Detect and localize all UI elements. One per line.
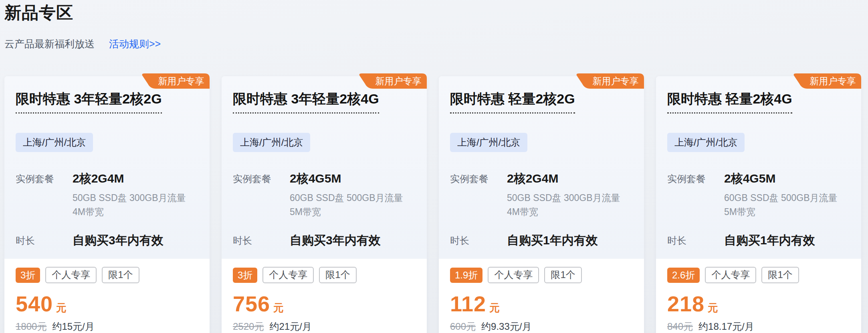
new-user-badge-label: 新用户专享 (375, 73, 422, 89)
card-title: 限时特惠 轻量2核2G (450, 91, 575, 114)
old-price-row: 2520元 约21元/月 (233, 320, 416, 333)
discount-badge: 1.9折 (450, 268, 482, 283)
new-user-ribbon: 新用户专享 (793, 73, 861, 89)
duration-row: 时长 自购买1年内有效 (450, 232, 633, 249)
original-price: 1800元 (16, 320, 46, 333)
spec-value: 2核2G4M (73, 171, 198, 187)
badges-row: 3折 个人专享 限1个 (233, 267, 416, 283)
spec-detail: 60GB SSD盘 500GB月流量 5M带宽 (724, 191, 850, 219)
product-card-1[interactable]: 新用户专享 限时特惠 3年轻量2核2G 上海/广州/北京 实例套餐 2核2G4M… (4, 76, 210, 333)
price-value: 540 (16, 291, 53, 316)
duration-row: 时长 自购买3年内有效 (233, 232, 416, 249)
spec-row: 实例套餐 2核4G5M 60GB SSD盘 500GB月流量 5M带宽 (667, 171, 850, 219)
original-price: 840元 (667, 320, 693, 333)
original-price: 600元 (450, 320, 476, 333)
price-unit: 元 (273, 301, 284, 315)
duration-row: 时长 自购买3年内有效 (16, 232, 198, 249)
price-value: 756 (233, 291, 270, 316)
price-value: 112 (450, 291, 486, 316)
price-row: 112 元 (450, 291, 633, 316)
limit-tag: 限1个 (761, 267, 799, 283)
price-unit: 元 (489, 301, 500, 315)
old-price-row: 600元 约9.33元/月 (450, 320, 633, 333)
badges-row: 2.6折 个人专享 限1个 (667, 267, 850, 283)
region-tag: 上海/广州/北京 (16, 133, 93, 152)
limit-tag: 限1个 (319, 267, 356, 283)
personal-tag: 个人专享 (262, 267, 314, 283)
monthly-price: 约15元/月 (52, 320, 94, 333)
duration-value: 自购买1年内有效 (507, 232, 598, 249)
new-user-badge-label: 新用户专享 (157, 73, 205, 89)
page-subtitle-row: 云产品最新福利放送 活动规则>> (4, 37, 864, 51)
monthly-price: 约21元/月 (269, 320, 311, 333)
card-info-section: 限时特惠 轻量2核2G 上海/广州/北京 实例套餐 2核2G4M 50GB SS… (439, 76, 644, 259)
monthly-price: 约18.17元/月 (698, 320, 754, 333)
old-price-row: 1800元 约15元/月 (16, 320, 198, 333)
new-product-zone-page: 新品专区 云产品最新福利放送 活动规则>> 新用户专享 限时特惠 3年轻量2核2… (0, 0, 868, 333)
price-row: 756 元 (233, 291, 416, 316)
card-price-section: 3折 个人专享 限1个 756 元 2520元 约21元/月 (222, 259, 427, 333)
card-title: 限时特惠 轻量2核4G (667, 91, 792, 114)
spec-label: 实例套餐 (667, 171, 724, 219)
region-tag: 上海/广州/北京 (233, 133, 310, 152)
spec-detail: 60GB SSD盘 500GB月流量 5M带宽 (290, 191, 416, 219)
spec-label: 实例套餐 (16, 171, 73, 219)
personal-tag: 个人专享 (45, 267, 97, 283)
original-price: 2520元 (233, 320, 264, 333)
price-value: 218 (667, 291, 704, 316)
badges-row: 1.9折 个人专享 限1个 (450, 267, 633, 283)
duration-row: 时长 自购买1年内有效 (667, 232, 850, 249)
limit-tag: 限1个 (544, 267, 581, 283)
spec-row: 实例套餐 2核2G4M 50GB SSD盘 300GB月流量 4M带宽 (16, 171, 198, 219)
region-tag: 上海/广州/北京 (667, 133, 745, 152)
page-subtitle: 云产品最新福利放送 (4, 37, 95, 51)
personal-tag: 个人专享 (705, 267, 756, 283)
product-card-3[interactable]: 新用户专享 限时特惠 轻量2核2G 上海/广州/北京 实例套餐 2核2G4M 5… (439, 76, 644, 333)
card-price-section: 1.9折 个人专享 限1个 112 元 600元 约9.33元/月 (439, 259, 644, 333)
card-info-section: 限时特惠 3年轻量2核2G 上海/广州/北京 实例套餐 2核2G4M 50GB … (4, 76, 210, 259)
card-info-section: 限时特惠 3年轻量2核4G 上海/广州/北京 实例套餐 2核4G5M 60GB … (222, 76, 427, 259)
duration-label: 时长 (667, 232, 724, 249)
card-info-section: 限时特惠 轻量2核4G 上海/广州/北京 实例套餐 2核4G5M 60GB SS… (656, 76, 861, 259)
spec-row: 实例套餐 2核2G4M 50GB SSD盘 300GB月流量 4M带宽 (450, 171, 633, 219)
region-tag: 上海/广州/北京 (450, 133, 527, 152)
price-unit: 元 (56, 301, 67, 315)
monthly-price: 约9.33元/月 (481, 320, 531, 333)
limit-tag: 限1个 (102, 267, 139, 283)
card-price-section: 2.6折 个人专享 限1个 218 元 840元 约18.17元/月 (656, 259, 861, 333)
spec-detail: 50GB SSD盘 300GB月流量 4M带宽 (73, 191, 198, 219)
spec-label: 实例套餐 (233, 171, 290, 219)
duration-value: 自购买1年内有效 (724, 232, 815, 249)
spec-label: 实例套餐 (450, 171, 507, 219)
spec-value: 2核2G4M (507, 171, 633, 187)
discount-badge: 3折 (16, 268, 40, 283)
duration-value: 自购买3年内有效 (73, 232, 164, 249)
new-user-badge-label: 新用户专享 (592, 73, 639, 89)
personal-tag: 个人专享 (488, 267, 539, 283)
spec-detail: 50GB SSD盘 300GB月流量 4M带宽 (507, 191, 633, 219)
old-price-row: 840元 约18.17元/月 (667, 320, 850, 333)
card-title: 限时特惠 3年轻量2核4G (233, 91, 379, 114)
price-row: 540 元 (16, 291, 198, 316)
new-user-ribbon: 新用户专享 (359, 73, 427, 89)
new-user-badge-label: 新用户专享 (809, 73, 856, 89)
discount-badge: 3折 (233, 268, 257, 283)
duration-label: 时长 (16, 232, 73, 249)
duration-label: 时长 (233, 232, 290, 249)
badges-row: 3折 个人专享 限1个 (16, 267, 198, 283)
spec-row: 实例套餐 2核4G5M 60GB SSD盘 500GB月流量 5M带宽 (233, 171, 416, 219)
page-title: 新品专区 (4, 3, 864, 22)
activity-rules-link[interactable]: 活动规则>> (109, 37, 161, 51)
product-card-4[interactable]: 新用户专享 限时特惠 轻量2核4G 上海/广州/北京 实例套餐 2核4G5M 6… (656, 76, 861, 333)
new-user-ribbon: 新用户专享 (576, 73, 644, 89)
spec-value: 2核4G5M (724, 171, 850, 187)
discount-badge: 2.6折 (667, 268, 700, 283)
card-title: 限时特惠 3年轻量2核2G (16, 91, 162, 114)
card-price-section: 3折 个人专享 限1个 540 元 1800元 约15元/月 (4, 259, 210, 333)
duration-value: 自购买3年内有效 (290, 232, 381, 249)
price-row: 218 元 (667, 291, 850, 316)
product-card-2[interactable]: 新用户专享 限时特惠 3年轻量2核4G 上海/广州/北京 实例套餐 2核4G5M… (222, 76, 427, 333)
spec-value: 2核4G5M (290, 171, 416, 187)
duration-label: 时长 (450, 232, 507, 249)
new-user-ribbon: 新用户专享 (141, 73, 210, 89)
